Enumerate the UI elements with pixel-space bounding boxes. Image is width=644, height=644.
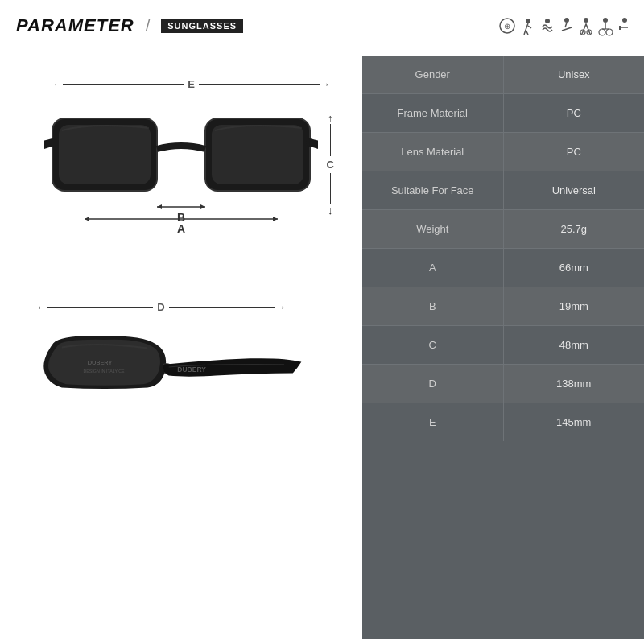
svg-point-15 — [606, 29, 613, 35]
d-dimension: ← D → — [36, 301, 286, 313]
svg-text:⊕: ⊕ — [504, 22, 510, 31]
spec-label: Suitable For Face — [362, 171, 504, 209]
spec-row-lens-material: Lens MaterialPC — [362, 133, 644, 171]
spec-value: 19mm — [504, 287, 645, 325]
svg-point-13 — [603, 18, 608, 23]
svg-text:DESIGN IN ITALY  CE: DESIGN IN ITALY CE — [83, 369, 125, 374]
spec-row-c: C48mm — [362, 326, 644, 365]
svg-line-4 — [528, 26, 531, 28]
svg-marker-32 — [273, 217, 278, 221]
header: PARAMETER / SUNGLASSES ⊕ — [0, 0, 644, 47]
spec-label: Weight — [362, 210, 504, 248]
main-content: ← E → — [0, 47, 644, 639]
spec-value: 138mm — [504, 365, 645, 402]
spec-row-frame-material: Frame MaterialPC — [362, 94, 644, 133]
spec-row-gender: GenderUnisex — [362, 56, 644, 94]
header-left: PARAMETER / SUNGLASSES — [16, 15, 243, 36]
svg-marker-27 — [157, 204, 162, 209]
svg-point-2 — [526, 19, 530, 23]
spec-value: 48mm — [504, 326, 645, 364]
c-dimension: ↑ C ↓ — [327, 112, 334, 217]
spec-label: C — [362, 326, 504, 364]
svg-text:A: A — [177, 222, 185, 235]
spec-row-b: B19mm — [362, 287, 644, 326]
svg-rect-20 — [619, 26, 621, 30]
spec-label: Gender — [362, 56, 504, 93]
header-slash: / — [146, 17, 151, 35]
e-dimension: ← E → — [52, 78, 330, 90]
activity-icons-svg: ⊕ — [499, 14, 628, 37]
spec-value: Unisex — [504, 56, 645, 93]
svg-point-8 — [564, 18, 569, 23]
spec-row-a: A66mm — [362, 249, 644, 287]
svg-marker-31 — [85, 217, 89, 221]
left-panel: ← E → — [0, 56, 362, 639]
spec-value: 25.7g — [504, 210, 645, 248]
svg-rect-23 — [59, 125, 151, 184]
spec-label: D — [362, 365, 504, 402]
spec-value: Universal — [504, 171, 645, 209]
glasses-front-view: B A — [44, 94, 318, 239]
side-view-diagram: ← D → DUBERY — [28, 297, 334, 458]
svg-text:DUBERY: DUBERY — [88, 359, 113, 366]
svg-point-7 — [545, 19, 550, 23]
svg-rect-25 — [212, 125, 303, 184]
page: PARAMETER / SUNGLASSES ⊕ — [0, 0, 644, 644]
spec-label: Frame Material — [362, 94, 504, 132]
spec-label: E — [362, 403, 504, 441]
svg-point-14 — [599, 29, 605, 35]
front-view-diagram: ← E → — [28, 72, 334, 273]
spec-row-d: D138mm — [362, 365, 644, 403]
specs-table: GenderUnisexFrame MaterialPCLens Materia… — [362, 56, 644, 639]
spec-row-e: E145mm — [362, 403, 644, 441]
svg-line-6 — [526, 30, 528, 35]
e-label: E — [184, 78, 199, 90]
c-label: C — [327, 156, 334, 173]
page-subtitle: SUNGLASSES — [161, 19, 243, 33]
spec-value: PC — [504, 133, 645, 171]
spec-row-weight: Weight25.7g — [362, 210, 644, 249]
spec-value: 66mm — [504, 249, 645, 287]
d-label: D — [153, 301, 168, 313]
spec-value: 145mm — [504, 403, 645, 441]
svg-line-3 — [526, 23, 528, 30]
spec-value: PC — [504, 94, 645, 132]
spec-row-suitable-for-face: Suitable For FaceUniversal — [362, 171, 644, 210]
svg-line-9 — [565, 23, 567, 27]
svg-point-18 — [622, 18, 627, 23]
spec-label: B — [362, 287, 504, 325]
svg-text:DUBERY: DUBERY — [177, 365, 206, 374]
svg-point-10 — [584, 18, 588, 23]
activity-icons: ⊕ — [499, 14, 628, 37]
spec-label: A — [362, 249, 504, 287]
page-title: PARAMETER — [16, 15, 134, 36]
spec-label: Lens Material — [362, 133, 504, 171]
glasses-side-view: DUBERY DESIGN IN ITALY CE DUBERY — [36, 317, 310, 446]
svg-marker-28 — [200, 204, 205, 209]
